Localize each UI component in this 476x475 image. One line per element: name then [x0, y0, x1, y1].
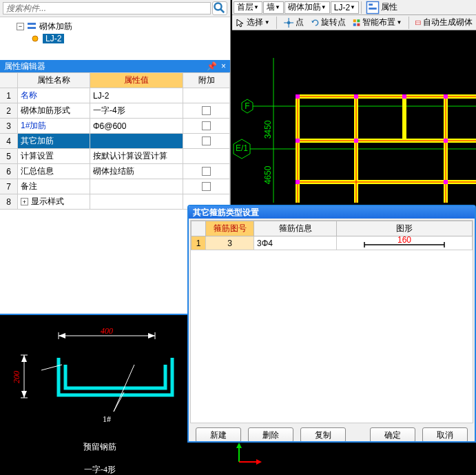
cancel-button[interactable]: 取消 [422, 427, 468, 443]
checkbox[interactable] [202, 106, 211, 115]
tree-child-row[interactable]: LJ-2 [30, 32, 227, 45]
svg-rect-52 [444, 94, 448, 99]
prop-add-cell[interactable] [183, 88, 230, 103]
prop-col-add: 附加 [183, 73, 230, 88]
search-input[interactable] [3, 2, 211, 14]
prop-row[interactable]: 1名称LJ-2 [0, 88, 230, 103]
prop-name-cell[interactable]: 其它加筋 [18, 134, 90, 149]
prop-add-cell[interactable] [183, 134, 230, 149]
search-button[interactable] [212, 1, 227, 15]
prop-add-cell[interactable] [183, 179, 230, 194]
prop-row[interactable]: 4其它加筋 [0, 134, 230, 149]
ok-button[interactable]: 确定 [370, 427, 415, 443]
dlg-col-info: 箍筋信息 [254, 221, 337, 236]
prop-value-cell[interactable]: LJ-2 [90, 88, 183, 103]
component-icon [30, 34, 40, 43]
prop-name-cell[interactable]: 名称 [18, 88, 90, 103]
svg-rect-27 [353, 23, 356, 26]
dlg-row-1[interactable]: 1 3 3Φ4 160 [191, 236, 473, 250]
layer-select[interactable]: 首层 ▼ [234, 1, 262, 14]
prop-row[interactable]: 6汇总信息砌体拉结筋 [0, 164, 230, 179]
preview-title2: 一字-4形 [84, 465, 116, 474]
pin-icon[interactable]: 📌 [207, 61, 217, 71]
property-editor-title: 属性编辑器 [4, 61, 45, 72]
prop-rownum: 6 [0, 164, 18, 179]
prop-value-cell[interactable]: 一字-4形 [90, 103, 183, 119]
prop-row[interactable]: 7备注 [0, 179, 230, 194]
preview-title: 预留钢筋 [83, 442, 116, 452]
prop-row[interactable]: 2砌体加筋形式一字-4形 [0, 103, 230, 119]
delete-button[interactable]: 删除 [248, 427, 293, 443]
dlg-id-cell[interactable]: 3 [206, 236, 254, 250]
close-icon[interactable]: × [221, 61, 226, 71]
svg-marker-8 [59, 333, 65, 338]
svg-rect-28 [358, 23, 360, 26]
dim-width: 400 [101, 326, 113, 336]
rebar-icon [27, 21, 37, 31]
prop-add-cell[interactable] [183, 164, 230, 179]
prop-col-rownum [0, 73, 18, 88]
shape-dim: 160 [397, 236, 411, 245]
expand-icon[interactable]: + [21, 198, 28, 205]
prop-name-cell[interactable]: 计算设置 [18, 149, 90, 164]
svg-point-23 [287, 21, 290, 24]
auto-generate-button[interactable]: 自动生成砌体 [413, 16, 475, 30]
copy-button[interactable]: 复制 [300, 427, 346, 443]
other-stirrup-dialog: 其它箍筋类型设置 箍筋图号 箍筋信息 图形 1 3 3Φ4 160 [187, 205, 476, 443]
prop-value-cell[interactable]: 砌体拉结筋 [90, 164, 183, 179]
prop-add-cell[interactable] [183, 149, 230, 164]
search-icon [213, 1, 227, 15]
svg-rect-51 [402, 94, 406, 99]
prop-value-cell[interactable]: 按默认计算设置计算 [90, 149, 183, 164]
checkbox[interactable] [202, 182, 211, 191]
search-row [0, 0, 230, 17]
svg-marker-14 [21, 391, 27, 398]
prop-name-cell[interactable]: 备注 [18, 179, 90, 194]
svg-rect-26 [358, 19, 360, 22]
type-select[interactable]: 砌体加筋 ▼ [284, 1, 330, 14]
dialog-titlebar[interactable]: 其它箍筋类型设置 [189, 206, 475, 219]
prop-rownum: 8 [0, 194, 18, 210]
dlg-info-cell[interactable]: 3Φ4 [254, 236, 337, 250]
svg-marker-9 [148, 333, 155, 338]
prop-name-cell[interactable]: 砌体加筋形式 [18, 103, 90, 119]
prop-add-cell[interactable] [183, 119, 230, 134]
item-select[interactable]: LJ-2 ▼ [331, 1, 359, 14]
checkbox[interactable] [202, 137, 211, 145]
rotate-point-button[interactable]: 旋转点 [309, 16, 349, 30]
prop-row[interactable]: 5计算设置按默认计算设置计算 [0, 149, 230, 164]
category-select[interactable]: 墙 ▼ [263, 1, 284, 14]
auto-gen-icon [415, 16, 422, 30]
prop-value-cell[interactable]: Φ6@600 [90, 119, 183, 134]
prop-name-cell[interactable]: 汇总信息 [18, 164, 90, 179]
prop-value-cell[interactable] [90, 134, 183, 149]
prop-name-cell[interactable]: 1#加筋 [18, 119, 90, 134]
prop-col-value: 属性值 [90, 73, 183, 88]
axis-indicator [232, 441, 273, 469]
dlg-shape-cell[interactable]: 160 [337, 236, 473, 250]
tree-root-row[interactable]: − 砌体加筋 [17, 20, 227, 32]
prop-value-cell[interactable] [90, 179, 183, 194]
prop-value-cell[interactable] [90, 194, 183, 210]
svg-rect-50 [354, 94, 358, 99]
checkbox[interactable] [202, 121, 211, 130]
point-button[interactable]: 点 [281, 16, 306, 30]
prop-name-cell[interactable]: +显示样式 [18, 194, 90, 210]
prop-row[interactable]: 31#加筋Φ6@600 [0, 119, 230, 134]
svg-marker-61 [256, 459, 262, 465]
svg-rect-53 [296, 139, 300, 143]
select-button[interactable]: 选择▼ [234, 16, 272, 30]
new-button[interactable]: 新建 [196, 427, 241, 443]
dialog-body: 箍筋图号 箍筋信息 图形 1 3 3Φ4 160 [190, 220, 473, 423]
properties-button[interactable]: 属性 [364, 1, 400, 14]
prop-add-cell[interactable] [183, 103, 230, 119]
rebar-label: 1# [103, 414, 111, 424]
component-tree[interactable]: − 砌体加筋 LJ-2 [0, 17, 230, 60]
svg-rect-54 [354, 139, 358, 143]
svg-rect-20 [369, 8, 376, 10]
smart-layout-button[interactable]: 智能布置▼ [351, 16, 404, 30]
prop-rownum: 2 [0, 103, 18, 119]
checkbox[interactable] [202, 167, 211, 176]
rotate-icon [311, 16, 320, 30]
tree-collapse-icon[interactable]: − [17, 23, 24, 30]
